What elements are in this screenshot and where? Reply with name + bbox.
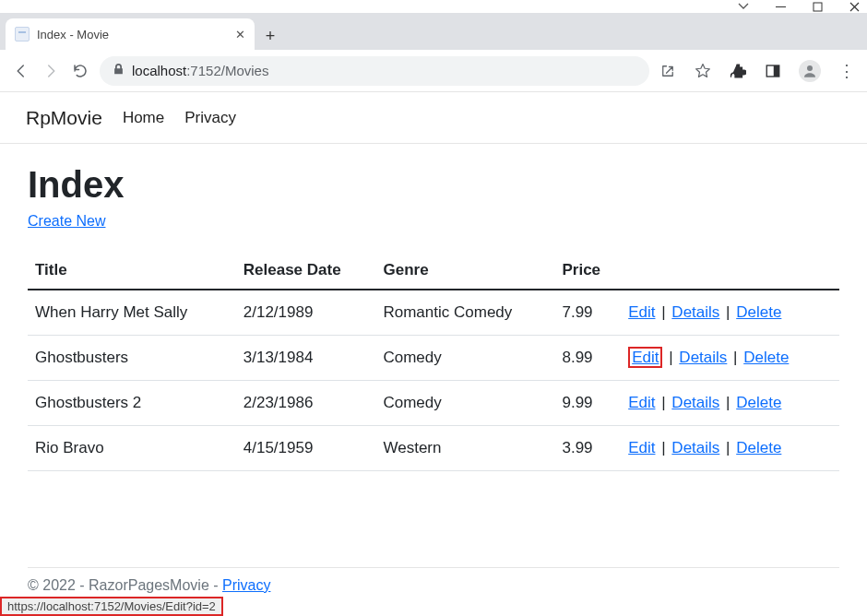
site-footer: © 2022 - RazorPagesMovie - Privacy (28, 567, 839, 594)
cell-release_date: 2/12/1989 (236, 290, 376, 336)
cell-actions: Edit | Details | Delete (621, 426, 839, 471)
close-tab-icon[interactable]: ✕ (235, 28, 245, 41)
cell-price: 8.99 (554, 336, 621, 381)
cell-actions: Edit | Details | Delete (621, 381, 839, 426)
favicon-icon (15, 27, 30, 41)
nav-privacy[interactable]: Privacy (184, 109, 236, 127)
browser-toolbar: localhost:7152/Movies ⋮ (0, 50, 867, 92)
cell-actions: Edit | Details | Delete (621, 336, 839, 381)
edit-link[interactable]: Edit (628, 394, 655, 411)
page-title: Index (28, 164, 839, 206)
bookmark-star-icon[interactable] (694, 62, 712, 80)
footer-privacy-link[interactable]: Privacy (222, 577, 270, 593)
cell-title: Ghostbusters (28, 336, 236, 381)
cell-genre: Comedy (375, 336, 554, 381)
footer-copyright: © 2022 - RazorPagesMovie - (28, 577, 222, 593)
side-panel-icon[interactable] (764, 62, 782, 80)
brand-link[interactable]: RpMovie (26, 107, 102, 129)
table-row: Rio Bravo4/15/1959Western3.99Edit | Deta… (28, 426, 839, 471)
table-row: Ghostbusters 22/23/1986Comedy9.99Edit | … (28, 381, 839, 426)
edit-link[interactable]: Edit (628, 347, 662, 368)
url-text: localhost:7152/Movies (132, 63, 268, 78)
maximize-button[interactable] (812, 1, 823, 12)
edit-link[interactable]: Edit (628, 439, 655, 456)
cell-title: Ghostbusters 2 (28, 381, 236, 426)
close-window-button[interactable] (849, 1, 860, 12)
cell-release_date: 3/13/1984 (236, 336, 376, 381)
col-release-date: Release Date (236, 252, 376, 290)
main-content: Index Create New Title Release Date Genr… (0, 144, 867, 492)
cell-release_date: 2/23/1986 (236, 381, 376, 426)
browser-tab[interactable]: Index - Movie ✕ (6, 18, 255, 50)
svg-rect-3 (774, 65, 779, 77)
browser-tabbar: Index - Movie ✕ + (0, 13, 867, 50)
status-url: https://localhost:7152/Movies/Edit?id=2 (7, 599, 216, 613)
col-actions (621, 252, 839, 290)
col-title: Title (28, 252, 236, 290)
extensions-icon[interactable] (729, 62, 747, 80)
cell-price: 7.99 (554, 290, 621, 336)
window-titlebar (0, 0, 867, 13)
details-link[interactable]: Details (671, 394, 719, 411)
share-icon[interactable] (659, 62, 677, 80)
browser-statusbar: https://localhost:7152/Movies/Edit?id=2 (0, 597, 223, 616)
svg-rect-1 (814, 3, 822, 11)
delete-link[interactable]: Delete (736, 303, 781, 321)
cell-actions: Edit | Details | Delete (621, 290, 839, 336)
site-navbar: RpMovie Home Privacy (0, 92, 867, 144)
col-genre: Genre (375, 252, 554, 290)
back-button[interactable] (11, 61, 31, 81)
lock-icon (113, 63, 125, 78)
table-row: When Harry Met Sally2/12/1989Romantic Co… (28, 290, 839, 336)
address-bar[interactable]: localhost:7152/Movies (100, 56, 649, 86)
new-tab-button[interactable]: + (255, 22, 286, 50)
cell-title: Rio Bravo (28, 426, 236, 471)
details-link[interactable]: Details (679, 349, 727, 366)
reload-button[interactable] (70, 61, 90, 81)
delete-link[interactable]: Delete (736, 394, 781, 411)
svg-point-4 (807, 65, 813, 71)
cell-genre: Comedy (375, 381, 554, 426)
create-new-link[interactable]: Create New (28, 213, 105, 229)
table-row: Ghostbusters3/13/1984Comedy8.99Edit | De… (28, 336, 839, 381)
cell-release_date: 4/15/1959 (236, 426, 376, 471)
tab-title: Index - Movie (37, 28, 228, 41)
col-price: Price (554, 252, 621, 290)
kebab-menu-icon[interactable]: ⋮ (837, 62, 856, 80)
chevron-down-icon[interactable] (738, 1, 749, 12)
forward-button[interactable] (41, 61, 61, 81)
cell-price: 9.99 (554, 381, 621, 426)
minimize-button[interactable] (775, 1, 786, 12)
delete-link[interactable]: Delete (743, 349, 789, 366)
delete-link[interactable]: Delete (736, 439, 781, 456)
movies-table: Title Release Date Genre Price When Harr… (28, 252, 839, 471)
edit-link[interactable]: Edit (628, 303, 655, 321)
nav-home[interactable]: Home (123, 109, 164, 127)
details-link[interactable]: Details (671, 439, 719, 456)
cell-title: When Harry Met Sally (28, 290, 236, 336)
cell-genre: Western (375, 426, 554, 471)
cell-price: 3.99 (554, 426, 621, 471)
profile-avatar[interactable] (799, 60, 821, 82)
cell-genre: Romantic Comedy (375, 290, 554, 336)
details-link[interactable]: Details (671, 303, 719, 321)
